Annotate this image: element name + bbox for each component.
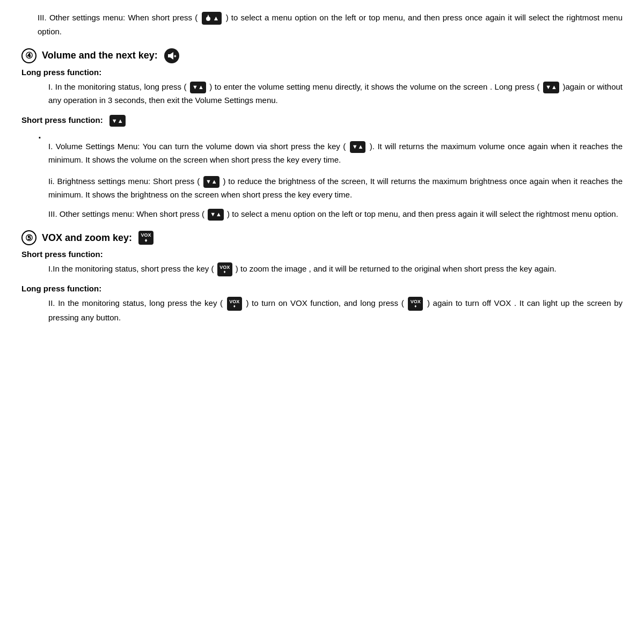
volume-icon-2: ▼▲ [543,82,559,93]
section-4-short-press-iii: III. Other settings menu: When short pre… [21,207,623,221]
svg-text:◉: ◉ [174,54,177,57]
settings-menu-icon-2: ▼▲ [208,209,224,221]
section-5-title: ⑤ VOX and zoom key: VOX ♦ [21,230,623,245]
section-4-title: ④ Volume and the next key: ◉ [21,48,623,63]
settings-icon-sun-up: ▲ [202,12,222,25]
vox-icon-on: VOX ♦ [227,297,242,311]
vox-icon-title: VOX ♦ [138,231,153,245]
section-5-heading: VOX and zoom key: [42,232,132,244]
volume-down-icon-1: ▼▲ [350,141,366,153]
volume-icon-1: ▼▲ [190,82,206,93]
svg-rect-3 [168,54,170,57]
section-5-long-press-label: Long press function: [21,284,623,293]
section-5-short-press-i: I.In the monitoring status, short press … [21,262,623,276]
brightness-down-icon: ▼▲ [203,176,219,188]
section-4-short-press-label: Short press function: ▼▲ [21,115,623,127]
svg-marker-4 [170,52,173,60]
volume-icon-circle: ◉ [164,48,179,63]
short-press-volume-icon: ▼▲ [109,115,126,127]
svg-rect-2 [208,17,209,18]
section-4-long-press-label: Long press function: [21,68,623,77]
section-5: ⑤ VOX and zoom key: VOX ♦ Short press fu… [21,230,623,325]
vox-icon-off: VOX ♦ [408,297,423,311]
section-5-short-press-label: Short press function: [21,250,623,259]
section-4-long-press-i: I. In the monitoring status, long press … [21,80,623,107]
intro-iii-text: III. Other settings menu: When short pre… [21,11,623,39]
section-5-long-press-ii: II. In the monitoring status, long press… [21,296,623,325]
section-4-heading: Volume and the next key: [42,50,158,61]
section-4-number: ④ [21,48,36,63]
bullet-dot: . [38,130,623,137]
svg-marker-1 [207,14,209,17]
intro-section-iii: III. Other settings menu: When short pre… [21,11,623,39]
section-4-short-press-i: I. Volume Settings Menu: You can turn th… [21,140,623,167]
section-4: ④ Volume and the next key: ◉ Long press … [21,48,623,221]
section-4-short-press-ii: Ii. Brightness settings menu: Short pres… [21,174,623,202]
vox-zoom-icon-1: VOX ♦ [217,262,232,276]
section-5-number: ⑤ [21,230,36,245]
